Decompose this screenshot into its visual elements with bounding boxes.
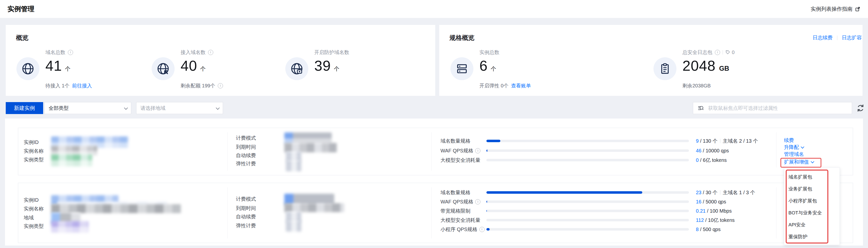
divider <box>720 139 720 143</box>
stat-number: 39 <box>314 58 331 74</box>
total-count: / 30 个 <box>702 190 717 195</box>
progress-value: 16 / 5000 qps <box>696 199 726 205</box>
info-icon[interactable]: i <box>475 199 480 205</box>
total-count: / 10000 qps <box>702 148 729 153</box>
stat-subtext: 剩余配额 199个 i <box>181 83 223 88</box>
stat-value-log-package: 2048 GB <box>682 58 729 74</box>
spec-label: 大模型安全消耗量 <box>440 157 480 163</box>
log-expand-link[interactable]: 日志扩容 <box>842 34 862 41</box>
elastic-count: 开启弹性 0个 <box>479 83 508 88</box>
menu-item-business-pack[interactable]: 业务扩展包 <box>784 183 840 195</box>
spec-label: 域名数量规格 <box>440 189 470 196</box>
stat-unit: GB <box>719 65 729 72</box>
spec-label: WAF QPS规格i <box>440 199 480 205</box>
menu-item-api-security[interactable]: API安全 <box>784 219 840 231</box>
spec-label-text: WAF QPS规格 <box>440 199 473 205</box>
progress-bar-bandwidth <box>486 210 689 212</box>
type-select[interactable]: 全部类型 <box>44 102 131 114</box>
refresh-icon[interactable] <box>856 104 865 112</box>
spec-label: 域名数量规格 <box>440 138 470 144</box>
redacted-value <box>286 151 301 161</box>
info-icon[interactable]: i <box>479 227 485 232</box>
divider <box>722 50 723 55</box>
stat-value-protected-domains: 39 个 <box>314 58 339 74</box>
stat-number: 41 <box>45 58 62 74</box>
spec-label: 小程序 QPS规格i <box>440 226 485 232</box>
remaining-quota: 剩余配额 199个 <box>181 83 215 88</box>
total-count: / 100 Mbps <box>706 208 732 214</box>
expand-value-added-link[interactable]: 扩展和增值 <box>784 159 813 165</box>
field-label-region: 地域 <box>24 215 34 221</box>
info-icon[interactable]: i <box>68 50 73 55</box>
spec-label-text: 大模型安全消耗量 <box>440 157 480 163</box>
info-icon[interactable]: i <box>715 50 720 55</box>
info-icon[interactable]: i <box>208 50 213 55</box>
menu-item-bot-security[interactable]: BOT与业务安全 <box>784 207 840 219</box>
total-count: / 500 qps <box>699 226 721 232</box>
stat-subtext: 待接入 1个 前往接入 <box>45 83 92 88</box>
field-label-instance-name: 实例名称 <box>24 206 44 212</box>
menu-item-domain-pack[interactable]: 域名扩展包 <box>784 171 840 183</box>
stat-unit: 个 <box>200 65 206 73</box>
used-count: 0.21 <box>696 208 706 214</box>
total-count: / 130 个 <box>699 138 718 144</box>
filter-search[interactable] <box>693 102 852 114</box>
stat-unit: 个 <box>65 65 70 73</box>
redacted-value <box>284 133 332 144</box>
redacted-value <box>51 146 97 155</box>
search-input[interactable] <box>708 105 848 111</box>
region-select[interactable]: 请选择地域 <box>136 102 223 114</box>
progress-bar-miniprogram-qps <box>486 228 689 231</box>
stat-number: 6 <box>479 58 488 74</box>
redacted-value <box>51 154 92 166</box>
info-icon[interactable]: i <box>218 83 223 88</box>
field-label-instance-id: 实例ID <box>24 139 39 145</box>
column-divider <box>227 132 228 171</box>
stat-label: 实例总数 <box>479 49 499 55</box>
manage-domains-link[interactable]: 管理域名 <box>784 151 804 157</box>
spec-label-text: 小程序 QPS规格 <box>440 226 477 232</box>
stat-label: 接入域名数 i <box>181 49 213 55</box>
stat-number: 40 <box>181 58 197 74</box>
redacted-value <box>284 143 337 152</box>
total-count: / 5000 qps <box>702 199 726 205</box>
stat-label-text: 总安全日志包 <box>682 49 712 55</box>
server-icon <box>451 57 473 80</box>
progress-value: 0.21 / 100 Mbps <box>696 208 732 214</box>
main-domain-count: 主域名 1 / 3 个 <box>723 189 755 196</box>
stat-label: 开启防护域名数 <box>314 49 349 55</box>
pending-count: 待接入 1个 <box>45 83 70 88</box>
log-links: 日志续费 日志扩容 <box>813 34 862 41</box>
type-select-value: 全部类型 <box>49 105 69 112</box>
stat-value-accessed-domains: 40 个 <box>181 58 206 74</box>
field-label-instance-type: 实例类型 <box>24 223 44 229</box>
stat-label-text: 域名总数 <box>45 49 65 55</box>
used-count: 46 <box>696 148 702 153</box>
field-label-auto-renew: 自动续费 <box>236 214 256 220</box>
stat-value-instance-total: 6 个 <box>479 58 496 74</box>
guide-link[interactable]: 实例列表操作指南 <box>811 5 861 12</box>
view-bill-link[interactable]: 查看账单 <box>511 83 531 88</box>
field-label-instance-name: 实例名称 <box>24 148 44 154</box>
menu-item-miniprogram-pack[interactable]: 小程序扩展包 <box>784 195 840 207</box>
go-access-link[interactable]: 前往接入 <box>72 83 92 88</box>
scale-action-label: 升降配 <box>784 144 799 150</box>
field-label-elastic-billing: 弹性计费 <box>236 223 256 228</box>
region-select-placeholder: 请选择地域 <box>141 105 165 112</box>
field-label-billing-mode: 计费模式 <box>236 135 256 141</box>
menu-item-major-event-protection[interactable]: 重保防护 <box>784 231 840 243</box>
stat-label: 总安全日志包 i 0 <box>682 49 735 55</box>
progress-bar-domains <box>486 191 689 194</box>
create-instance-button[interactable]: 新建实例 <box>6 102 43 114</box>
overview-card-title: 概览 <box>16 34 28 41</box>
stat-label-text: 接入域名数 <box>181 49 206 55</box>
renew-action-link[interactable]: 续费 <box>784 137 794 143</box>
scale-action-link[interactable]: 升降配 <box>784 144 803 150</box>
total-count: / 6亿 tokens <box>699 157 726 163</box>
progress-value: 112 / 10亿 tokens <box>696 217 735 223</box>
log-renew-link[interactable]: 日志续费 <box>813 34 833 41</box>
info-icon[interactable]: i <box>475 148 480 153</box>
stat-label-text: 开启防护域名数 <box>314 49 349 55</box>
used-count: 23 <box>696 190 702 195</box>
progress-value: 0 / 6亿 tokens <box>696 157 726 163</box>
